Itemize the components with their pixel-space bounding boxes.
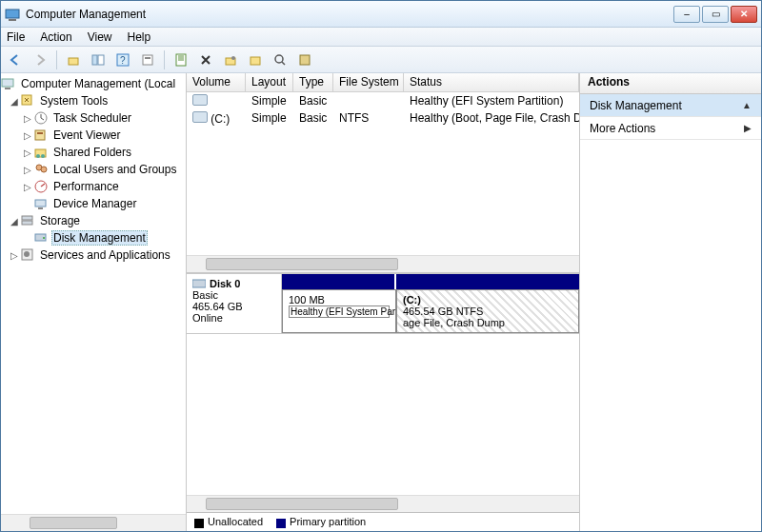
minimize-button[interactable]: – [673, 6, 700, 23]
tree-root[interactable]: Computer Management (Local [1, 75, 186, 92]
partition-size: 465.54 GB NTFS [403, 305, 572, 317]
partition-header-strip [282, 274, 579, 289]
back-button[interactable] [5, 49, 26, 70]
tree-label: Computer Management (Local [19, 77, 177, 90]
tree-label: Shared Folders [51, 146, 133, 159]
svg-rect-31 [22, 221, 32, 225]
swatch-blue-icon [276, 519, 286, 528]
up-button[interactable] [63, 49, 84, 70]
disk-row[interactable]: Disk 0 Basic 465.64 GB Online 100 MB [187, 274, 579, 334]
svg-rect-4 [98, 55, 104, 65]
volume-row[interactable]: (C:) Simple Basic NTFS Healthy (Boot, Pa… [187, 109, 579, 127]
svg-point-26 [41, 167, 47, 172]
svg-point-13 [275, 55, 283, 63]
svg-rect-2 [69, 58, 78, 65]
expand-icon[interactable]: ▷ [22, 130, 33, 141]
partition-efi[interactable]: 100 MB Healthy (EFI System Partition) [282, 289, 396, 333]
volume-row[interactable]: Simple Basic Healthy (EFI System Partiti… [187, 92, 579, 109]
svg-rect-30 [22, 216, 32, 220]
properties-button[interactable] [137, 49, 158, 70]
tree-storage[interactable]: ◢ Storage [1, 212, 186, 229]
expand-icon[interactable]: ▷ [22, 165, 33, 175]
tree-event-viewer[interactable]: ▷ Event Viewer [1, 127, 186, 144]
tree-system-tools[interactable]: ◢ System Tools [1, 92, 186, 109]
device-icon [33, 196, 49, 211]
close-button[interactable]: ✕ [731, 6, 757, 23]
expand-icon[interactable]: ▷ [22, 148, 33, 158]
col-type[interactable]: Type [293, 73, 333, 91]
menubar: File Action View Help [1, 28, 761, 47]
cell-type: Basic [293, 94, 333, 108]
disk-hscrollbar[interactable] [187, 495, 579, 512]
svg-rect-0 [6, 10, 19, 18]
tree-local-users[interactable]: ▷ Local Users and Groups [1, 161, 186, 178]
console-tree[interactable]: Computer Management (Local ◢ System Tool… [1, 73, 186, 514]
col-layout[interactable]: Layout [246, 73, 293, 91]
content-area: Computer Management (Local ◢ System Tool… [1, 73, 761, 531]
tree-task-scheduler[interactable]: ▷ Task Scheduler [1, 109, 186, 127]
menu-help[interactable]: Help [128, 30, 151, 44]
tree-shared-folders[interactable]: ▷ Shared Folders [1, 144, 186, 161]
storage-icon [20, 213, 35, 228]
open-button[interactable] [245, 49, 266, 70]
tree-device-manager[interactable]: Device Manager [1, 195, 186, 212]
svg-text:?: ? [120, 55, 126, 66]
maximize-button[interactable]: ▭ [702, 6, 729, 23]
svg-rect-15 [300, 55, 310, 65]
svg-point-24 [41, 154, 45, 158]
volume-hscrollbar[interactable] [187, 255, 579, 272]
show-hide-tree-button[interactable] [88, 49, 109, 70]
delete-button[interactable] [195, 49, 216, 70]
help-button[interactable]: ? [112, 49, 133, 70]
menu-action[interactable]: Action [40, 30, 71, 44]
cell-status: Healthy (EFI System Partition) [404, 94, 579, 108]
tree-services-apps[interactable]: ▷ Services and Applications [1, 246, 186, 264]
partition-c[interactable]: (C:) 465.54 GB NTFS age File, Crash Dump [396, 289, 579, 333]
collapse-icon[interactable]: ◢ [9, 96, 20, 107]
legend: Unallocated Primary partition [187, 512, 579, 531]
performance-icon [33, 179, 49, 194]
partition-status: age File, Crash Dump [403, 317, 572, 328]
disk-graphical-view: Disk 0 Basic 465.64 GB Online 100 MB [187, 273, 579, 531]
cell-layout: Simple [246, 94, 293, 108]
volume-list-body[interactable]: Simple Basic Healthy (EFI System Partiti… [187, 92, 579, 255]
partition-size: 100 MB [289, 294, 390, 305]
partition-label: (C:) [403, 294, 572, 305]
menu-file[interactable]: File [7, 30, 25, 44]
computer-icon [1, 76, 16, 91]
tree-performance[interactable]: ▷ Performance [1, 178, 186, 195]
volume-list: Volume Layout Type File System Status Si… [187, 73, 579, 273]
details-pane: Volume Layout Type File System Status Si… [187, 73, 580, 531]
tree-hscrollbar[interactable] [1, 514, 186, 531]
expand-icon[interactable]: ▷ [9, 250, 20, 261]
legend-primary: Primary partition [276, 516, 366, 527]
col-filesystem[interactable]: File System [333, 73, 404, 91]
svg-rect-8 [145, 57, 150, 59]
volume-icon [192, 94, 208, 106]
col-status[interactable]: Status [404, 73, 579, 91]
find-button[interactable] [270, 49, 291, 70]
svg-rect-12 [251, 57, 260, 65]
services-icon [20, 247, 35, 263]
refresh-button[interactable] [170, 49, 191, 70]
expand-icon[interactable]: ▷ [22, 113, 33, 124]
action-button[interactable] [294, 49, 315, 70]
tree-disk-management[interactable]: Disk Management [1, 229, 186, 246]
actions-more[interactable]: More Actions ▶ [580, 117, 761, 140]
cell-status: Healthy (Boot, Page File, Crash Dum [404, 111, 579, 125]
forward-button[interactable] [30, 49, 50, 70]
users-icon [33, 162, 49, 177]
volume-icon [192, 111, 208, 123]
col-volume[interactable]: Volume [187, 73, 246, 91]
svg-point-35 [24, 251, 30, 257]
collapse-icon[interactable]: ◢ [9, 216, 20, 227]
actions-section-diskmgmt[interactable]: Disk Management ▲ [580, 94, 761, 117]
svg-rect-17 [5, 88, 10, 89]
disk-state: Online [192, 312, 275, 324]
menu-view[interactable]: View [88, 30, 112, 44]
expand-icon[interactable]: ▷ [22, 182, 33, 192]
computer-management-window: Computer Management – ▭ ✕ File Action Vi… [0, 0, 762, 532]
disk-type: Basic [192, 289, 275, 301]
settings-button[interactable] [220, 49, 241, 70]
svg-line-14 [282, 62, 285, 65]
